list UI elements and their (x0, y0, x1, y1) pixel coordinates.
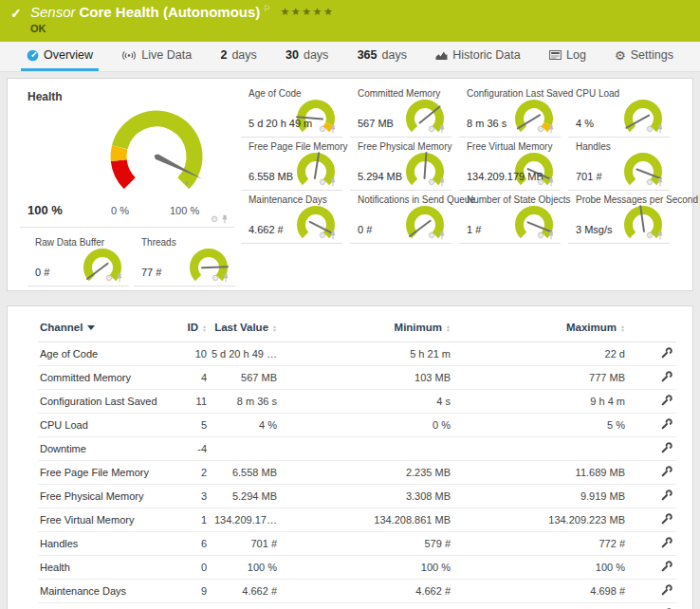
channel-last-value: 8 m 36 s (209, 390, 279, 414)
channel-last-value: 5.294 MB (209, 485, 279, 508)
channel-row[interactable]: CPU Load 5 4 % 0 % 5 % (38, 414, 676, 437)
pin-icon[interactable] (547, 124, 555, 134)
gear-icon[interactable]: ⚙ (212, 274, 219, 283)
channel-settings-icon[interactable] (661, 347, 672, 359)
channel-row[interactable]: Free Page File Memory 2 6.558 MB 2.235 M… (38, 461, 676, 485)
channel-maximum: 100 % (452, 556, 627, 580)
gear-icon[interactable]: ⚙ (211, 215, 218, 224)
pin-icon[interactable] (547, 177, 555, 187)
tab-overview[interactable]: Overview (21, 42, 99, 71)
gear-icon[interactable]: ⚙ (428, 231, 435, 240)
gauge-icon (27, 49, 39, 62)
column-maximum[interactable]: Maximum▲▼ (452, 314, 627, 342)
channel-minimum: 579 # (279, 532, 452, 556)
channel-settings-icon[interactable] (661, 584, 672, 596)
tab-historic-data[interactable]: Historic Data (430, 42, 526, 71)
pin-icon[interactable] (221, 214, 229, 224)
pin-icon[interactable] (656, 231, 664, 240)
gauge-value: 5 d 20 h 49 m (249, 118, 312, 129)
column-channel[interactable]: Channel (38, 314, 180, 342)
pin-icon[interactable] (222, 273, 230, 283)
channel-id: 6 (180, 532, 209, 556)
pin-icon[interactable] (438, 124, 446, 134)
channel-settings-icon[interactable] (661, 537, 672, 548)
pin-icon[interactable] (116, 273, 123, 283)
channel-settings-icon[interactable] (661, 513, 672, 525)
channel-name: Maintenance Days (38, 580, 180, 603)
channel-id: 10 (180, 342, 209, 366)
channel-settings-icon[interactable] (661, 561, 672, 572)
live-icon (121, 50, 137, 61)
channel-row[interactable]: Health 0 100 % 100 % 100 % (38, 556, 676, 580)
channel-id: -4 (180, 437, 209, 461)
tab-2-days[interactable]: 2days (214, 42, 262, 71)
pin-icon[interactable] (329, 177, 337, 187)
tab-30-days[interactable]: 30days (280, 42, 334, 71)
gauge-tile: Raw Data Buffer 0 # ⚙ (28, 233, 129, 286)
tab-log[interactable]: Log (543, 42, 592, 71)
channel-minimum: 134.208.861 MB (279, 508, 452, 532)
gauge-title: Handles (576, 141, 611, 152)
channel-row[interactable]: Configuration Last Saved 11 8 m 36 s 4 s… (38, 390, 676, 414)
gauge-value: 1 # (467, 224, 481, 235)
sensor-title-line: SensorCore Health (Autonomous)⚐★★★★★ (30, 4, 334, 21)
pin-icon[interactable] (547, 231, 555, 240)
pin-icon[interactable] (438, 177, 446, 187)
channel-name: Free Page File Memory (38, 461, 180, 485)
pin-icon[interactable] (656, 124, 664, 134)
channel-settings-icon[interactable] (661, 395, 672, 406)
gear-icon[interactable]: ⚙ (319, 178, 326, 187)
channel-settings-icon[interactable] (661, 371, 672, 382)
gauge-title: CPU Load (576, 88, 619, 99)
channel-row[interactable]: Free Virtual Memory 1 134.209.17… 134.20… (38, 508, 676, 532)
chart-icon (435, 50, 448, 61)
channel-maximum: 4.698 # (452, 580, 627, 603)
channel-row[interactable]: Maintenance Days 9 4.662 # 4.662 # 4.698… (38, 580, 676, 603)
column-minimum[interactable]: Minimum▲▼ (279, 314, 452, 342)
channel-name: Downtime (38, 437, 180, 461)
gear-icon[interactable]: ⚙ (319, 125, 326, 134)
channel-row[interactable]: Age of Code 10 5 d 20 h 49 … 5 h 21 m 22… (38, 342, 676, 366)
flag-icon[interactable]: ⚐ (263, 4, 270, 13)
channel-row[interactable]: Free Physical Memory 3 5.294 MB 3.308 MB… (38, 485, 676, 508)
channel-settings-icon[interactable] (661, 418, 672, 430)
gear-icon[interactable]: ⚙ (319, 231, 326, 240)
channel-maximum: 134.209.223 MB (452, 508, 627, 532)
pin-icon[interactable] (329, 124, 337, 134)
channel-last-value: 5 d 20 h 49 … (209, 342, 279, 366)
gear-icon[interactable]: ⚙ (428, 178, 435, 187)
channel-row[interactable]: Committed Memory 4 567 MB 103 MB 777 MB (38, 366, 676, 390)
channel-settings-icon[interactable] (661, 466, 672, 477)
sort-icon: ▲▼ (620, 324, 625, 332)
tab-settings[interactable]: ⚙Settings (609, 42, 679, 71)
pin-icon[interactable] (438, 231, 446, 240)
gear-icon[interactable]: ⚙ (646, 231, 654, 240)
gauge-value: 8 m 36 s (467, 118, 507, 129)
gear-icon[interactable]: ⚙ (428, 125, 435, 134)
gear-icon[interactable]: ⚙ (646, 178, 654, 187)
priority-stars[interactable]: ★★★★★ (280, 6, 334, 17)
gear-icon[interactable]: ⚙ (537, 125, 544, 134)
channel-row[interactable]: Downtime -4 (38, 437, 676, 461)
gear-icon[interactable]: ⚙ (537, 178, 544, 187)
gauge-tile: CPU Load 4 % ⚙ (568, 84, 670, 138)
column-last-value[interactable]: Last Value▲▼ (209, 314, 279, 342)
channel-settings-icon[interactable] (661, 489, 672, 501)
gauge-tile: Free Page File Memory 6.558 MB ⚙ (241, 138, 342, 191)
column-id[interactable]: ID▲▼ (180, 314, 209, 342)
tab-365-days[interactable]: 365days (352, 42, 413, 71)
channel-row[interactable]: Handles 6 701 # 579 # 772 # (38, 532, 676, 556)
pin-icon[interactable] (329, 231, 337, 240)
gear-icon[interactable]: ⚙ (646, 125, 654, 134)
channel-row[interactable]: Notifications in Send Queue 13 0 # 0 # 0… (38, 603, 676, 609)
gauge-value: 134.209.179 MB (467, 171, 543, 182)
channels-table: Channel ID▲▼ Last Value▲▼ Minimum▲▼ Maxi (38, 314, 676, 609)
gear-icon[interactable]: ⚙ (537, 231, 544, 240)
channel-settings-icon[interactable] (661, 442, 672, 453)
pin-icon[interactable] (656, 177, 664, 187)
tab-live-data[interactable]: Live Data (116, 42, 197, 71)
gauge-value: 0 # (35, 267, 49, 278)
gear-icon[interactable]: ⚙ (105, 274, 113, 283)
gauges-panel: Health 0 % 100 % x 100 % ⚙ Age of Code 5… (7, 78, 693, 291)
channel-id: 9 (180, 580, 209, 603)
